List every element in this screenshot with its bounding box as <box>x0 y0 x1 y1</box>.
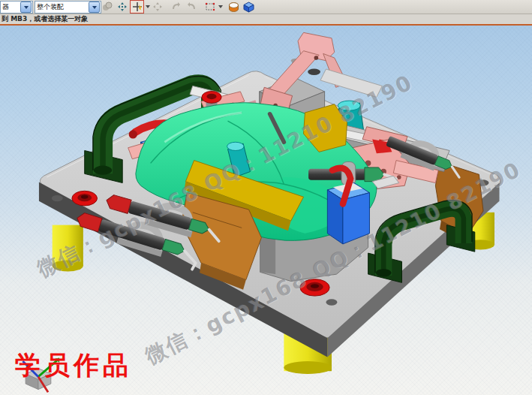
rotate-undo-icon <box>171 2 182 12</box>
rotate-redo-icon <box>186 2 197 12</box>
snap-point-button[interactable] <box>130 0 144 14</box>
wcs-display-icon <box>228 2 239 13</box>
wcs-display-button[interactable] <box>227 0 241 14</box>
rectangle-select-icon <box>205 2 215 12</box>
drag-object-icon <box>152 2 163 12</box>
student-work-caption: 学员作品 <box>15 348 132 383</box>
shaded-cube-icon <box>243 2 254 13</box>
rectangle-select-dropdown[interactable] <box>218 1 223 13</box>
toolbar-icon-group <box>100 0 257 14</box>
rotate-undo-button[interactable] <box>169 0 183 14</box>
rectangle-select-button[interactable] <box>203 0 217 14</box>
snap-point-dropdown[interactable] <box>145 1 150 13</box>
selection-filter-value: 器 <box>1 2 20 12</box>
combo-dropdown-button[interactable] <box>20 2 32 13</box>
move-object-icon <box>117 2 128 12</box>
combo-dropdown-button[interactable] <box>89 2 100 13</box>
status-prompt: 到 MB3，或者选择某一对象 <box>0 14 88 24</box>
rotate-redo-button[interactable] <box>184 0 198 14</box>
status-bar: 到 MB3，或者选择某一对象 <box>0 14 532 24</box>
graphics-viewport[interactable]: 微信：gcpx168 QQ：11210 82190 微信：gcpx168 QQ：… <box>0 26 532 395</box>
selection-filter-combo[interactable]: 器 <box>0 1 33 14</box>
selection-scope-value: 整个装配 <box>35 2 89 12</box>
selection-scope-combo[interactable]: 整个装配 <box>35 1 101 14</box>
main-toolbar: 器 整个装配 <box>0 0 532 14</box>
drag-object-button[interactable] <box>150 0 164 14</box>
selection-sphere-icon <box>102 2 113 12</box>
selection-sphere-button[interactable] <box>100 0 114 14</box>
shaded-cube-button[interactable] <box>242 0 256 14</box>
move-object-button[interactable] <box>115 0 129 14</box>
snap-point-icon <box>132 2 143 12</box>
